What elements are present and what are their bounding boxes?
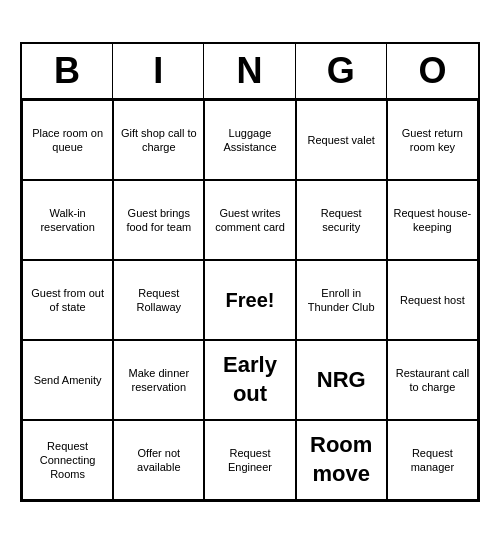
bingo-cell-5: Walk-in reservation xyxy=(22,180,113,260)
bingo-cell-0: Place room on queue xyxy=(22,100,113,180)
bingo-cell-22: Request Engineer xyxy=(204,420,295,500)
bingo-cell-21: Offer not available xyxy=(113,420,204,500)
bingo-cell-9: Request house-keeping xyxy=(387,180,478,260)
bingo-letter-o: O xyxy=(387,44,478,98)
bingo-header: BINGO xyxy=(22,44,478,100)
bingo-cell-16: Make dinner reservation xyxy=(113,340,204,420)
bingo-cell-2: Luggage Assistance xyxy=(204,100,295,180)
bingo-letter-n: N xyxy=(204,44,295,98)
bingo-cell-1: Gift shop call to charge xyxy=(113,100,204,180)
bingo-cell-18: NRG xyxy=(296,340,387,420)
bingo-cell-20: Request Connecting Rooms xyxy=(22,420,113,500)
bingo-card: BINGO Place room on queueGift shop call … xyxy=(20,42,480,502)
bingo-cell-13: Enroll in Thunder Club xyxy=(296,260,387,340)
bingo-letter-i: I xyxy=(113,44,204,98)
bingo-cell-6: Guest brings food for team xyxy=(113,180,204,260)
bingo-letter-b: B xyxy=(22,44,113,98)
bingo-cell-19: Restaurant call to charge xyxy=(387,340,478,420)
bingo-cell-15: Send Amenity xyxy=(22,340,113,420)
bingo-cell-4: Guest return room key xyxy=(387,100,478,180)
bingo-cell-23: Room move xyxy=(296,420,387,500)
bingo-cell-17: Early out xyxy=(204,340,295,420)
bingo-cell-3: Request valet xyxy=(296,100,387,180)
bingo-cell-11: Request Rollaway xyxy=(113,260,204,340)
bingo-cell-14: Request host xyxy=(387,260,478,340)
bingo-cell-12: Free! xyxy=(204,260,295,340)
bingo-cell-8: Request security xyxy=(296,180,387,260)
bingo-cell-7: Guest writes comment card xyxy=(204,180,295,260)
bingo-cell-10: Guest from out of state xyxy=(22,260,113,340)
bingo-cell-24: Request manager xyxy=(387,420,478,500)
bingo-grid: Place room on queueGift shop call to cha… xyxy=(22,100,478,500)
bingo-letter-g: G xyxy=(296,44,387,98)
